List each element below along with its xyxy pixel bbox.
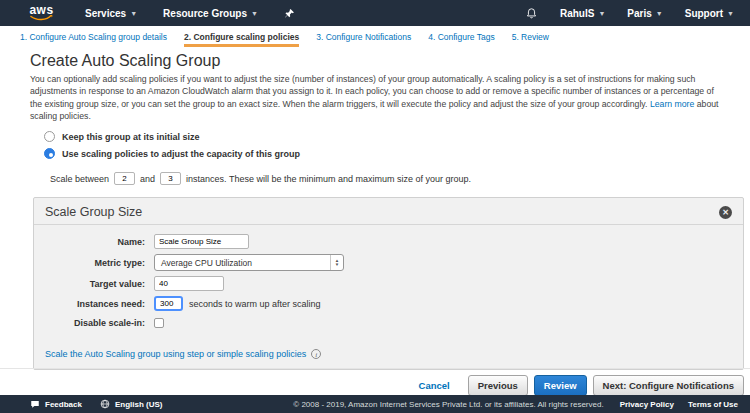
globe-icon [100, 399, 110, 409]
description-text: You can optionally add scaling policies … [30, 74, 714, 109]
warmup-field-label: Instances need: [45, 299, 145, 309]
support-menu[interactable]: Support ▼ [685, 8, 734, 19]
max-instances-input[interactable] [160, 172, 181, 185]
radio-unselected-icon[interactable] [44, 131, 55, 142]
language-selector[interactable]: English (US) [100, 399, 163, 409]
scale-between-conjunction: and [140, 174, 155, 184]
metric-type-select[interactable]: Average CPU Utilization ▲▼ [154, 254, 344, 271]
notifications-button[interactable] [525, 7, 538, 20]
aws-smile-icon [28, 15, 55, 21]
radio-selected-icon[interactable] [44, 148, 55, 159]
metric-type-field-row: Metric type: Average CPU Utilization ▲▼ [45, 254, 732, 271]
page-description: You can optionally add scaling policies … [30, 73, 722, 122]
scale-between-row: Scale between and instances. These will … [50, 172, 750, 185]
target-value-input[interactable] [154, 276, 224, 291]
warmup-seconds-input[interactable] [154, 296, 183, 311]
footer-bar: Feedback English (US) © 2008 - 2019, Ama… [0, 395, 750, 413]
disable-scale-in-checkbox[interactable] [154, 318, 164, 328]
footer-right: © 2008 - 2019, Amazon Internet Services … [293, 400, 738, 409]
chevron-down-icon: ▼ [727, 10, 734, 17]
warmup-field-suffix: seconds to warm up after scaling [189, 299, 321, 309]
radio-keep-initial-size[interactable]: Keep this group at its initial size [44, 131, 750, 142]
panel-header: Scale Group Size ✕ [34, 198, 743, 225]
actions-divider [0, 368, 750, 369]
pushpin-icon [284, 8, 295, 19]
min-instances-input[interactable] [114, 172, 135, 185]
top-nav-right: RahulS ▼ Paris ▼ Support ▼ [525, 7, 734, 20]
actions-bar: Cancel Previous Review Next: Configure N… [419, 375, 744, 396]
next-configure-notifications-button[interactable]: Next: Configure Notifications [593, 375, 744, 396]
scaling-option-radio-group: Keep this group at its initial size Use … [44, 131, 750, 159]
cancel-button[interactable]: Cancel [419, 380, 450, 391]
feedback-speech-bubble-icon [30, 399, 40, 409]
resource-groups-menu[interactable]: Resource Groups ▼ [163, 8, 258, 19]
region-menu[interactable]: Paris ▼ [627, 8, 662, 19]
metric-type-selected-value: Average CPU Utilization [161, 258, 252, 268]
resource-groups-menu-label: Resource Groups [163, 8, 247, 19]
support-menu-label: Support [685, 8, 723, 19]
chevron-down-icon: ▼ [656, 10, 663, 17]
main-content: Create Auto Scaling Group You can option… [0, 52, 750, 402]
aws-logo[interactable]: aws [28, 5, 55, 21]
panel-body: Name: Metric type: Average CPU Utilizati… [34, 225, 743, 337]
warmup-field-row: Instances need: seconds to warm up after… [45, 296, 732, 311]
disable-scale-in-field-row: Disable scale-in: [45, 318, 732, 328]
step-configure-notifications[interactable]: 3. Configure Notifications [316, 32, 411, 44]
copyright-text: © 2008 - 2019, Amazon Internet Services … [293, 400, 603, 409]
panel-link-row: Scale the Auto Scaling group using step … [34, 337, 743, 369]
step-configure-group-details[interactable]: 1. Configure Auto Scaling group details [20, 32, 167, 44]
metric-type-field-label: Metric type: [45, 258, 145, 268]
step-simple-scaling-link[interactable]: Scale the Auto Scaling group using step … [45, 349, 306, 359]
services-menu-label: Services [85, 8, 126, 19]
name-field-row: Name: [45, 234, 732, 249]
wizard-steps: 1. Configure Auto Scaling group details … [0, 26, 750, 45]
select-stepper-icon: ▲▼ [330, 255, 343, 270]
review-button[interactable]: Review [534, 375, 587, 396]
previous-button[interactable]: Previous [468, 375, 528, 396]
footer-left: Feedback English (US) [30, 399, 180, 409]
pin-shortcut-button[interactable] [284, 8, 295, 19]
account-menu[interactable]: RahulS ▼ [560, 8, 605, 19]
step-review[interactable]: 5. Review [512, 32, 549, 44]
top-nav-left: aws Services ▼ Resource Groups ▼ [28, 5, 295, 21]
region-menu-label: Paris [627, 8, 651, 19]
bell-icon [525, 7, 538, 20]
terms-of-use-link[interactable]: Terms of Use [688, 400, 738, 409]
language-label: English (US) [115, 400, 163, 409]
chevron-down-icon: ▼ [251, 10, 258, 17]
scale-between-suffix: instances. These will be the minimum and… [186, 174, 471, 184]
scale-group-size-panel: Scale Group Size ✕ Name: Metric type: Av… [33, 197, 744, 370]
privacy-policy-link[interactable]: Privacy Policy [620, 400, 674, 409]
page-title: Create Auto Scaling Group [30, 52, 750, 70]
step-configure-scaling-policies: 2. Configure scaling policies [184, 32, 299, 47]
services-menu[interactable]: Services ▼ [85, 8, 137, 19]
info-icon[interactable]: i [311, 349, 321, 359]
radio-use-scaling-policies[interactable]: Use scaling policies to adjust the capac… [44, 148, 750, 159]
policy-name-input[interactable] [154, 234, 249, 249]
learn-more-link[interactable]: Learn more [650, 99, 694, 109]
account-menu-label: RahulS [560, 8, 594, 19]
disable-scale-in-label: Disable scale-in: [45, 318, 145, 328]
name-field-label: Name: [45, 237, 145, 247]
feedback-button[interactable]: Feedback [30, 399, 82, 409]
chevron-down-icon: ▼ [598, 10, 605, 17]
chevron-down-icon: ▼ [130, 10, 137, 17]
target-value-field-row: Target value: [45, 276, 732, 291]
radio-use-scaling-policies-label: Use scaling policies to adjust the capac… [62, 149, 300, 159]
top-navigation-bar: aws Services ▼ Resource Groups ▼ RahulS … [0, 0, 750, 26]
target-value-field-label: Target value: [45, 279, 145, 289]
close-icon[interactable]: ✕ [719, 206, 732, 219]
scale-between-prefix: Scale between [50, 174, 109, 184]
step-configure-tags[interactable]: 4. Configure Tags [428, 32, 494, 44]
feedback-label: Feedback [45, 400, 82, 409]
radio-keep-initial-size-label: Keep this group at its initial size [62, 132, 200, 142]
panel-title: Scale Group Size [45, 205, 142, 219]
